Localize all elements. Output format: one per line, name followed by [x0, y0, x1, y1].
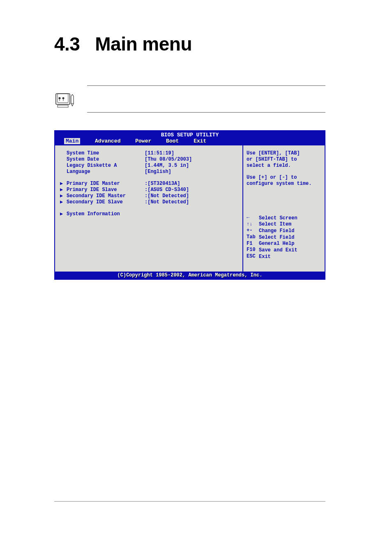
note-icon	[54, 93, 78, 113]
submenu-primary-master[interactable]: ▶Primary IDE Master:[ST320413A]	[60, 181, 239, 187]
nav-text: Select Field	[259, 235, 294, 241]
arrows-ud-icon: ↑↓	[247, 221, 259, 228]
tab-advanced[interactable]: Advanced	[95, 138, 120, 144]
submenu-label: Primary IDE Master	[67, 181, 145, 187]
bios-screenshot: BIOS SETUP UTILITY Main Advanced Power B…	[54, 130, 325, 280]
bios-copyright: (C)Copyright 1985-2002, American Megatre…	[55, 272, 325, 279]
page-heading: 4.3 Main menu	[54, 33, 192, 55]
bios-main-panel: System Time[11:51:19] System Date[Thu 08…	[55, 145, 242, 272]
triangle-right-icon: ▶	[60, 193, 67, 199]
section-number: 4.3	[54, 33, 80, 55]
nav-hint: ←Select Screen	[247, 215, 321, 221]
submenu-value: :[ASUS CD-S340]	[145, 187, 189, 193]
nav-hint: +-Change Field	[247, 228, 321, 234]
field-language[interactable]: Language[English]	[60, 169, 239, 175]
tab-power[interactable]: Power	[135, 138, 151, 144]
nav-hint: ESCExit	[247, 253, 321, 260]
field-value: [1.44M, 3.5 in]	[145, 163, 189, 169]
svg-point-3	[62, 97, 65, 99]
divider	[87, 112, 325, 113]
nav-text: Select Item	[259, 221, 291, 228]
divider	[87, 85, 325, 86]
submenu-secondary-master[interactable]: ▶Secondary IDE Master:[Not Detected]	[60, 193, 239, 199]
field-system-time[interactable]: System Time[11:51:19]	[60, 150, 239, 157]
tab-exit[interactable]: Exit	[194, 138, 206, 144]
field-system-date[interactable]: System Date[Thu 08/05/2003]	[60, 157, 239, 163]
arrows-lr-icon: ←	[247, 215, 259, 221]
key-label: F1	[247, 241, 259, 247]
nav-hint: TabSelect Field	[247, 234, 321, 241]
submenu-label: System Information	[67, 211, 145, 217]
bios-help-panel: Use [ENTER], [TAB] or [SHIFT-TAB] to sel…	[242, 145, 325, 272]
tab-main[interactable]: Main	[64, 138, 80, 144]
help-text: configure system time.	[247, 181, 321, 187]
field-label: Language	[67, 169, 145, 175]
submenu-label: Secondary IDE Master	[67, 193, 145, 199]
svg-point-2	[59, 97, 61, 99]
nav-text: Exit	[259, 254, 271, 260]
submenu-primary-slave[interactable]: ▶Primary IDE Slave:[ASUS CD-S340]	[60, 187, 239, 193]
submenu-label: Primary IDE Slave	[67, 187, 145, 193]
submenu-secondary-slave[interactable]: ▶Secondary IDE Slave:[Not Detected]	[60, 199, 239, 205]
field-label: System Date	[67, 157, 145, 163]
submenu-value: :[Not Detected]	[145, 199, 189, 205]
help-text: or [SHIFT-TAB] to	[247, 157, 321, 163]
key-label: Tab	[247, 234, 259, 240]
submenu-system-info[interactable]: ▶System Information	[60, 211, 239, 217]
nav-hint: F10Save and Exit	[247, 247, 321, 253]
bios-body: System Time[11:51:19] System Date[Thu 08…	[55, 145, 325, 272]
nav-text: Save and Exit	[259, 247, 297, 253]
nav-text: Select Screen	[259, 215, 297, 221]
help-text: select a field.	[247, 163, 321, 169]
help-text: Use [+] or [-] to	[247, 175, 321, 181]
field-value: [English]	[145, 169, 171, 175]
field-value: [11:51:19]	[145, 150, 174, 157]
key-label: F10	[247, 247, 259, 253]
submenu-value: :[Not Detected]	[145, 193, 189, 199]
section-title: Main menu	[95, 33, 192, 55]
svg-rect-6	[58, 105, 68, 107]
field-legacy-diskette[interactable]: Legacy Diskette A[1.44M, 3.5 in]	[60, 163, 239, 169]
triangle-right-icon: ▶	[60, 181, 67, 187]
submenu-value: :[ST320413A]	[145, 181, 180, 187]
tab-boot[interactable]: Boot	[166, 138, 179, 144]
field-label: Legacy Diskette A	[67, 163, 145, 169]
help-text: Use [ENTER], [TAB]	[247, 150, 321, 157]
key-label: ESC	[247, 253, 259, 260]
submenu-label: Secondary IDE Slave	[67, 199, 145, 205]
bios-tab-bar: Main Advanced Power Boot Exit	[55, 138, 325, 145]
nav-text: General Help	[259, 241, 294, 247]
nav-text: Change Field	[259, 228, 294, 234]
triangle-right-icon: ▶	[60, 187, 67, 193]
key-label: +-	[247, 228, 259, 234]
field-value: [Thu 08/05/2003]	[145, 157, 192, 163]
bios-title: BIOS SETUP UTILITY	[55, 131, 325, 138]
nav-hint: F1General Help	[247, 241, 321, 247]
field-label: System Time	[67, 150, 145, 157]
triangle-right-icon: ▶	[60, 211, 67, 217]
nav-hint: ↑↓Select Item	[247, 221, 321, 228]
triangle-right-icon: ▶	[60, 199, 67, 205]
divider	[54, 501, 325, 502]
